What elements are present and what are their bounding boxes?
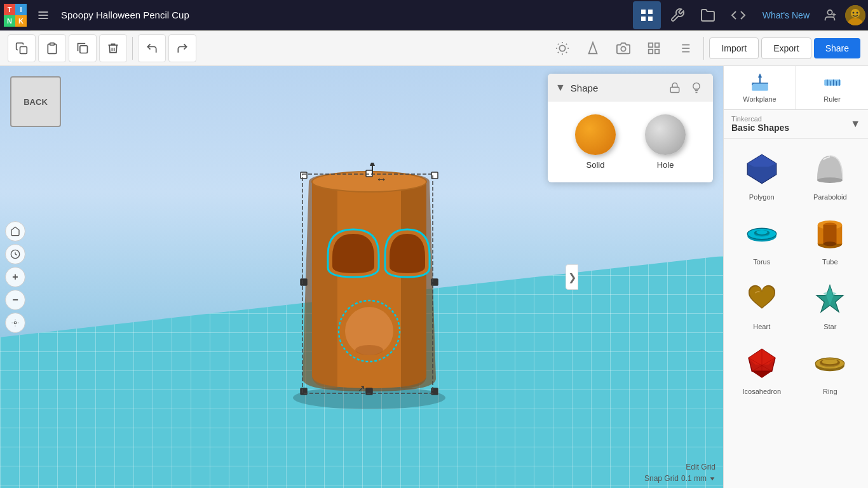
svg-rect-56 <box>301 279 307 285</box>
svg-point-85 <box>756 230 768 234</box>
shape-item-icosahedron[interactable]: Icosahedron <box>729 338 795 400</box>
shape-item-torus[interactable]: Torus <box>729 208 795 271</box>
heart-label: Heart <box>753 323 770 330</box>
user-avatar-button[interactable] <box>843 3 868 28</box>
shape-panel-collapse[interactable]: ▼ <box>555 82 566 93</box>
export-button[interactable]: Export <box>761 37 811 59</box>
svg-rect-50 <box>301 172 307 179</box>
edit-grid-label[interactable]: Edit Grid <box>686 463 715 471</box>
workplane-button[interactable]: Workplane <box>724 66 796 109</box>
shape-item-heart[interactable]: Heart <box>729 273 795 336</box>
svg-text:↗: ↗ <box>358 383 365 393</box>
snap-grid-value: 0.1 mm <box>681 474 707 483</box>
ring-label: Ring <box>823 388 837 395</box>
shape-panel-title: Shape <box>571 83 661 93</box>
svg-point-49 <box>355 345 383 355</box>
svg-line-25 <box>558 51 559 52</box>
pumpkin-cup-svg: ↔ ↗ <box>255 163 484 417</box>
lock-icon[interactable] <box>666 79 684 97</box>
ruler-label: Ruler <box>824 95 840 103</box>
logo-t: T <box>4 4 15 15</box>
hole-label: Hole <box>657 160 674 170</box>
align-icon[interactable] <box>670 34 698 62</box>
redo-button[interactable] <box>168 34 196 62</box>
svg-line-22 <box>566 51 567 52</box>
ruler-button[interactable]: Ruler <box>796 66 868 109</box>
category-title: Basic Shapes <box>731 123 789 133</box>
svg-rect-66 <box>752 83 768 84</box>
shape-item-star[interactable]: Star <box>797 273 864 336</box>
svg-rect-5 <box>641 17 646 21</box>
tools-button[interactable] <box>663 1 691 29</box>
shapes-grid: Polygon Paraboloid <box>724 139 868 405</box>
svg-point-91 <box>824 241 837 246</box>
camera-icon[interactable] <box>609 34 637 62</box>
svg-rect-70 <box>824 79 841 86</box>
grid-icon[interactable] <box>640 34 668 62</box>
navigation-cube[interactable]: BACK <box>10 76 61 127</box>
svg-point-7 <box>827 10 832 14</box>
svg-point-14 <box>857 11 858 13</box>
shape-item-tube[interactable]: Tube <box>797 208 864 271</box>
share-button[interactable]: Share <box>814 38 860 58</box>
logo-i: I <box>15 4 27 15</box>
right-panel: Workplane Ruler Tinkercad Basic Shapes <box>723 66 868 488</box>
svg-line-21 <box>558 43 559 44</box>
panel-collapse-arrow[interactable]: ❯ <box>566 264 578 290</box>
shape-item-ring[interactable]: Ring <box>797 338 864 400</box>
category-dropdown[interactable]: ▼ <box>850 118 860 130</box>
copy-button[interactable] <box>8 34 36 62</box>
paste-button[interactable] <box>38 34 66 62</box>
shape-panel-header: ▼ Shape <box>548 74 713 102</box>
shape-icon[interactable] <box>579 34 607 62</box>
snap-grid[interactable]: Snap Grid 0.1 mm <box>644 474 715 483</box>
undo-button[interactable] <box>138 34 166 62</box>
orbit-button[interactable] <box>5 244 25 264</box>
svg-marker-64 <box>710 477 715 480</box>
bulb-icon[interactable] <box>688 79 705 97</box>
shape-panel: ▼ Shape <box>548 74 713 182</box>
logo-inner: T I N K <box>4 4 27 27</box>
delete-button[interactable] <box>99 34 127 62</box>
zoom-in-button[interactable]: + <box>5 267 25 287</box>
right-tools: Workplane Ruler <box>724 66 868 110</box>
svg-point-13 <box>853 11 855 13</box>
shape-item-paraboloid[interactable]: Paraboloid <box>797 144 864 206</box>
grid-view-button[interactable] <box>633 1 661 29</box>
star-thumb <box>810 278 850 319</box>
svg-rect-3 <box>641 10 646 14</box>
solid-option[interactable]: Solid <box>575 114 616 170</box>
import-button[interactable]: Import <box>709 37 759 59</box>
cube-back-face[interactable]: BACK <box>10 76 61 127</box>
shape-category-header: Tinkercad Basic Shapes ▼ <box>724 110 868 139</box>
main-area: BACK + − <box>0 66 868 488</box>
shape-item-polygon[interactable]: Polygon <box>729 144 795 206</box>
add-user-button[interactable] <box>820 5 840 25</box>
project-title: Spoopy Halloween Pencil Cup <box>56 10 633 20</box>
logo[interactable]: T I N K <box>0 0 31 30</box>
fit-view-button[interactable] <box>5 313 25 333</box>
projects-button[interactable] <box>694 1 722 29</box>
viewport[interactable]: BACK + − <box>0 66 723 488</box>
logo-n: N <box>4 15 15 27</box>
menu-icon[interactable] <box>31 0 56 30</box>
svg-text:↔: ↔ <box>376 173 387 186</box>
duplicate-button[interactable] <box>69 34 97 62</box>
hole-option[interactable]: Hole <box>645 114 686 170</box>
whats-new-link[interactable]: What's New <box>755 10 817 20</box>
code-button[interactable] <box>724 1 752 29</box>
svg-point-18 <box>560 45 566 51</box>
light-icon[interactable] <box>548 34 576 62</box>
svg-point-42 <box>14 322 17 324</box>
polygon-thumb <box>742 149 782 189</box>
svg-rect-31 <box>649 49 653 53</box>
zoom-out-button[interactable]: − <box>5 290 25 310</box>
torus-thumb <box>742 214 782 254</box>
main-toolbar: Import Export Share <box>0 30 868 66</box>
svg-rect-32 <box>655 49 659 53</box>
polygon-label: Polygon <box>749 193 775 201</box>
svg-marker-60 <box>370 163 375 166</box>
home-view-button[interactable] <box>5 221 25 241</box>
svg-rect-90 <box>824 225 837 244</box>
3d-model-container[interactable]: ↔ ↗ <box>255 163 433 391</box>
